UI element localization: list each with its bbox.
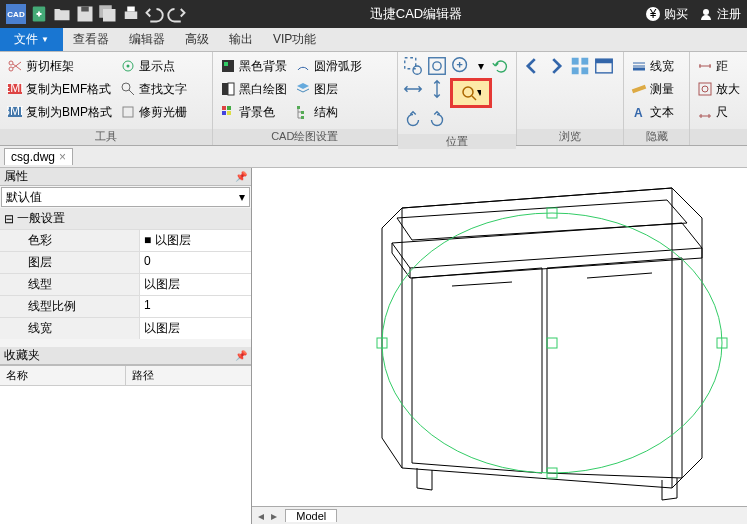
linewidth-button[interactable]: 线宽 <box>628 55 677 77</box>
property-row[interactable]: 色彩■ 以图层 <box>0 229 251 251</box>
prop-value[interactable]: ■ 以图层 <box>140 230 251 251</box>
pin-icon[interactable]: 📌 <box>235 350 247 361</box>
property-row[interactable]: 线宽以图层 <box>0 317 251 339</box>
chevron-down-icon: ▾ <box>239 190 245 204</box>
text-button[interactable]: A文本 <box>628 101 677 123</box>
pin-icon[interactable]: 📌 <box>235 171 247 182</box>
zoom-extents-button[interactable] <box>426 55 448 77</box>
zoom-dropdown[interactable]: ▾ <box>474 55 488 77</box>
menu-vip[interactable]: VIP功能 <box>263 28 326 51</box>
prop-value[interactable]: 0 <box>140 252 251 273</box>
zoom-in-button[interactable] <box>450 55 472 77</box>
preset-dropdown[interactable]: 默认值▾ <box>1 187 250 207</box>
svg-rect-46 <box>699 83 711 95</box>
copy-bmp-button[interactable]: BMP复制为BMP格式 <box>4 101 115 123</box>
group-cad-label: CAD绘图设置 <box>213 129 398 145</box>
property-row[interactable]: 图层0 <box>0 251 251 273</box>
arc-smooth-button[interactable]: 圆滑弧形 <box>292 55 365 77</box>
side-panel: 属性 📌 默认值▾ ⊟一般设置 色彩■ 以图层图层0线型以图层线型比例1线宽以图… <box>0 168 252 524</box>
bw-draw-button[interactable]: 黑白绘图 <box>217 78 290 100</box>
layout-grid-button[interactable] <box>569 55 591 77</box>
window-button[interactable] <box>593 55 615 77</box>
property-row[interactable]: 线型以图层 <box>0 273 251 295</box>
saveall-icon[interactable] <box>98 4 118 24</box>
measure-button[interactable]: 测量 <box>628 78 677 100</box>
tab-nav-arrows[interactable]: ◂ ▸ <box>252 509 285 523</box>
group-position-label: 位置 <box>398 134 516 149</box>
show-points-button[interactable]: 显示点 <box>117 55 190 77</box>
black-bg-button[interactable]: 黑色背景 <box>217 55 290 77</box>
menu-bar: 文件 ▼ 查看器 编辑器 高级 输出 VIP功能 <box>0 28 747 52</box>
col-path: 路径 <box>126 366 251 385</box>
trim-clip-button[interactable]: 修剪光栅 <box>117 101 190 123</box>
svg-point-11 <box>9 67 13 71</box>
tree-icon <box>295 104 311 120</box>
fit-height-button[interactable] <box>426 78 448 100</box>
emf-icon: EMF <box>7 81 23 97</box>
group-tools-label: 工具 <box>0 129 212 145</box>
prop-value[interactable]: 以图层 <box>140 318 251 339</box>
refresh-button[interactable] <box>490 55 512 77</box>
black-bg-icon <box>220 58 236 74</box>
prop-value[interactable]: 以图层 <box>140 274 251 295</box>
app-icon[interactable]: CAD <box>6 4 26 24</box>
buy-button[interactable]: ¥购买 <box>645 6 688 23</box>
copy-emf-button[interactable]: EMF复制为EMF格式 <box>4 78 115 100</box>
bw-icon <box>220 81 236 97</box>
svg-point-18 <box>122 83 130 91</box>
highlighted-navigate-button[interactable]: ▾ <box>450 78 492 108</box>
svg-rect-5 <box>125 12 138 20</box>
prop-value[interactable]: 1 <box>140 296 251 317</box>
magnify-icon <box>697 81 713 97</box>
favorites-title: 收藏夹 📌 <box>0 347 251 365</box>
main-area: 属性 📌 默认值▾ ⊟一般设置 色彩■ 以图层图层0线型以图层线型比例1线宽以图… <box>0 168 747 524</box>
magnify-button[interactable]: 放大 <box>694 78 743 100</box>
close-icon[interactable]: × <box>59 150 66 164</box>
svg-rect-40 <box>572 67 579 74</box>
layer-button[interactable]: 图层 <box>292 78 365 100</box>
svg-point-48 <box>382 213 722 473</box>
bg-color-button[interactable]: 背景色 <box>217 101 290 123</box>
menu-editor[interactable]: 编辑器 <box>119 28 175 51</box>
nav-right-button[interactable] <box>545 55 567 77</box>
clip-frame-button[interactable]: 剪切框架 <box>4 55 115 77</box>
model-tab-bar: ◂ ▸ Model <box>252 506 747 524</box>
structure-button[interactable]: 结构 <box>292 101 365 123</box>
nav-left-button[interactable] <box>521 55 543 77</box>
size-button[interactable]: 尺 <box>694 101 743 123</box>
scissors-icon <box>7 58 23 74</box>
fit-width-button[interactable] <box>402 78 424 100</box>
property-row[interactable]: 线型比例1 <box>0 295 251 317</box>
svg-text:EMF: EMF <box>7 81 23 95</box>
document-tab[interactable]: csg.dwg × <box>4 148 73 165</box>
zoom-window-button[interactable] <box>402 55 424 77</box>
svg-point-9 <box>703 9 709 15</box>
ribbon: 剪切框架 EMF复制为EMF格式 BMP复制为BMP格式 显示点 查找文字 修剪… <box>0 52 747 146</box>
undo-icon[interactable] <box>144 4 164 24</box>
category-general[interactable]: ⊟一般设置 <box>0 208 251 229</box>
register-button[interactable]: 注册 <box>698 6 741 23</box>
find-text-button[interactable]: 查找文字 <box>117 78 190 100</box>
menu-viewer[interactable]: 查看器 <box>63 28 119 51</box>
target-icon <box>120 58 136 74</box>
save-icon[interactable] <box>75 4 95 24</box>
redo-icon[interactable] <box>167 4 187 24</box>
group-browse-label: 浏览 <box>517 129 623 145</box>
svg-rect-39 <box>581 58 588 65</box>
drawing-canvas[interactable]: ◂ ▸ Model <box>252 168 747 524</box>
open-icon[interactable] <box>52 4 72 24</box>
rotate-left-button[interactable] <box>402 109 424 131</box>
svg-text:A: A <box>634 106 643 120</box>
print-icon[interactable] <box>121 4 141 24</box>
svg-rect-30 <box>301 116 304 119</box>
menu-file[interactable]: 文件 ▼ <box>0 28 63 51</box>
menu-advanced[interactable]: 高级 <box>175 28 219 51</box>
favorites-columns: 名称 路径 <box>0 365 251 385</box>
document-tabs: csg.dwg × <box>0 146 747 168</box>
model-tab[interactable]: Model <box>285 509 337 522</box>
svg-rect-21 <box>224 62 228 66</box>
rotate-right-button[interactable] <box>426 109 448 131</box>
new-icon[interactable] <box>29 4 49 24</box>
distance-button[interactable]: 距 <box>694 55 743 77</box>
menu-output[interactable]: 输出 <box>219 28 263 51</box>
